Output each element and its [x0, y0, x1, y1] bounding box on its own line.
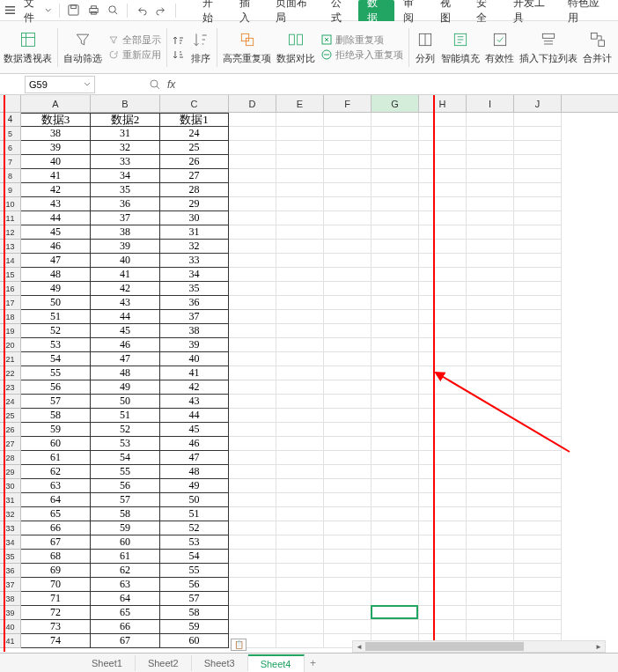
- cell[interactable]: [514, 606, 562, 620]
- cell[interactable]: 60: [91, 535, 160, 550]
- cell[interactable]: [229, 211, 276, 225]
- row-header[interactable]: 29: [0, 465, 21, 479]
- cell[interactable]: 46: [21, 240, 91, 254]
- ribbon-tab[interactable]: 数据: [358, 0, 394, 21]
- cell[interactable]: 38: [21, 127, 91, 141]
- row-header[interactable]: 36: [0, 564, 21, 578]
- cell[interactable]: [467, 324, 514, 338]
- cell[interactable]: [229, 183, 276, 197]
- cell[interactable]: [467, 254, 514, 268]
- sort-button[interactable]: 排序: [190, 29, 211, 65]
- cell[interactable]: [229, 366, 276, 380]
- cell[interactable]: [276, 310, 324, 324]
- cell[interactable]: 34: [91, 169, 160, 183]
- row-header[interactable]: 30: [0, 479, 21, 493]
- cell[interactable]: [514, 282, 562, 296]
- cell[interactable]: [419, 592, 467, 606]
- cell[interactable]: [229, 225, 276, 240]
- cell[interactable]: 50: [160, 493, 229, 507]
- cell[interactable]: 59: [160, 620, 229, 634]
- cell[interactable]: 26: [160, 155, 229, 169]
- cell[interactable]: [276, 521, 324, 535]
- cell[interactable]: [467, 211, 514, 225]
- cell[interactable]: 71: [21, 592, 91, 606]
- cell[interactable]: [514, 254, 562, 268]
- cell[interactable]: 59: [21, 423, 91, 437]
- ribbon-tab[interactable]: 公式: [322, 0, 358, 21]
- cell[interactable]: 67: [21, 535, 91, 550]
- cell[interactable]: 47: [21, 254, 91, 268]
- cell[interactable]: 51: [21, 310, 91, 324]
- cell[interactable]: [324, 606, 372, 620]
- cell[interactable]: [229, 113, 276, 127]
- cell[interactable]: [419, 169, 467, 183]
- cell[interactable]: 62: [91, 564, 160, 578]
- highlight-duplicates-button[interactable]: 高亮重复项: [223, 29, 271, 65]
- cell[interactable]: 56: [160, 578, 229, 592]
- cell[interactable]: 32: [91, 141, 160, 155]
- cell[interactable]: [419, 493, 467, 507]
- cell[interactable]: [229, 352, 276, 366]
- redo-icon[interactable]: [155, 4, 168, 18]
- cell[interactable]: [276, 564, 324, 578]
- cell[interactable]: [372, 324, 419, 338]
- cell[interactable]: [324, 352, 372, 366]
- cell[interactable]: 52: [21, 324, 91, 338]
- cell[interactable]: [229, 437, 276, 451]
- cell[interactable]: [324, 451, 372, 465]
- cell[interactable]: [324, 240, 372, 254]
- cell[interactable]: [467, 268, 514, 282]
- cell[interactable]: 63: [21, 479, 91, 493]
- cell[interactable]: [419, 155, 467, 169]
- cell[interactable]: [324, 564, 372, 578]
- cell[interactable]: [324, 310, 372, 324]
- cell[interactable]: [467, 225, 514, 240]
- column-header[interactable]: E: [276, 95, 324, 112]
- cell[interactable]: [276, 240, 324, 254]
- cell[interactable]: [324, 225, 372, 240]
- cell[interactable]: [372, 113, 419, 127]
- cell[interactable]: 65: [91, 606, 160, 620]
- row-header[interactable]: 11: [0, 211, 21, 225]
- reapply-button[interactable]: 重新应用: [107, 48, 161, 62]
- cell[interactable]: 51: [160, 507, 229, 521]
- cell[interactable]: [419, 310, 467, 324]
- cell[interactable]: 41: [160, 366, 229, 380]
- cell[interactable]: 45: [91, 324, 160, 338]
- cell[interactable]: 27: [160, 169, 229, 183]
- cell[interactable]: [229, 550, 276, 564]
- cell[interactable]: [467, 380, 514, 395]
- cell[interactable]: 36: [160, 296, 229, 310]
- cell[interactable]: [514, 564, 562, 578]
- cell[interactable]: [419, 211, 467, 225]
- cell[interactable]: [419, 366, 467, 380]
- cell[interactable]: [372, 254, 419, 268]
- cell[interactable]: [276, 338, 324, 352]
- cell[interactable]: [276, 366, 324, 380]
- cell[interactable]: [276, 465, 324, 479]
- cell[interactable]: 70: [21, 578, 91, 592]
- cell[interactable]: [467, 141, 514, 155]
- row-header[interactable]: 28: [0, 451, 21, 465]
- cell[interactable]: [514, 197, 562, 211]
- cell[interactable]: [514, 493, 562, 507]
- row-header[interactable]: 23: [0, 380, 21, 395]
- cell[interactable]: [372, 225, 419, 240]
- column-header[interactable]: D: [229, 95, 276, 112]
- cell[interactable]: 40: [91, 254, 160, 268]
- cell[interactable]: [419, 423, 467, 437]
- cell[interactable]: [419, 197, 467, 211]
- cell[interactable]: [514, 183, 562, 197]
- cell[interactable]: [372, 423, 419, 437]
- cell[interactable]: [514, 578, 562, 592]
- print-icon[interactable]: [87, 4, 100, 18]
- cell[interactable]: [372, 366, 419, 380]
- cell[interactable]: [229, 197, 276, 211]
- cell[interactable]: [372, 296, 419, 310]
- cell[interactable]: 46: [160, 437, 229, 451]
- cell[interactable]: [372, 620, 419, 634]
- cell[interactable]: [372, 155, 419, 169]
- cell[interactable]: 65: [21, 507, 91, 521]
- save-icon[interactable]: [67, 4, 80, 18]
- cell[interactable]: [419, 620, 467, 634]
